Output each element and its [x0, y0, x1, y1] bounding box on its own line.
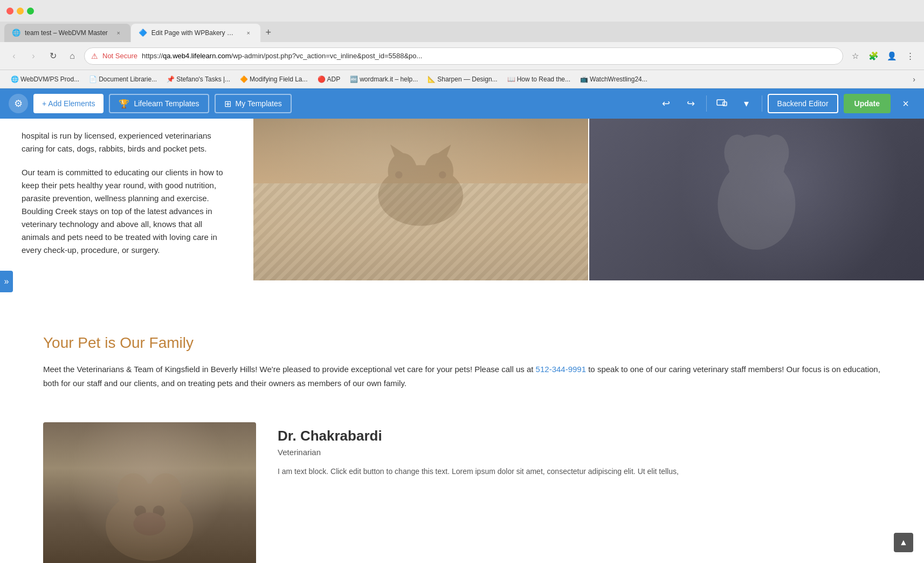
my-templates-icon: ⊞	[224, 99, 231, 109]
add-elements-button[interactable]: + Add Elements	[33, 94, 104, 113]
wpbakery-toolbar: ⚙ + Add Elements 🏆 Lifelearn Templates ⊞…	[0, 88, 924, 119]
browser-tab-2[interactable]: 🔷 Edit Page with WPBakery Page... ×	[131, 24, 260, 42]
doctor-image-wrapper	[43, 422, 256, 563]
url-path: /wp-admin/post.php?vc_action=vc_inline&p…	[231, 52, 423, 60]
bookmark-modifying-label: Modifying Field La...	[250, 75, 307, 83]
bulldog-silhouette	[75, 469, 224, 561]
bookmark-watch[interactable]: 📺 WatchWrestling24...	[576, 73, 652, 85]
bookmark-wordmark[interactable]: 🔤 wordmark.it – help...	[346, 73, 422, 85]
traffic-lights	[6, 8, 34, 15]
toolbar-right: ↩ ↪ ▾ Backend Editor Update ×	[657, 94, 915, 113]
bookmark-stefano-label: Stefano's Tasks |...	[176, 75, 230, 83]
bookmark-adp-icon: 🔴	[318, 75, 325, 83]
extensions-icon[interactable]: 🧩	[866, 49, 881, 64]
url-text: https://qa.web4.lifelearn.com/wp-admin/p…	[142, 52, 422, 60]
section-gap	[0, 280, 924, 313]
dog-image-wrapper	[589, 119, 924, 280]
minimize-window-button[interactable]	[17, 8, 24, 15]
top-content-area: hospital is run by licensed, experienced…	[0, 119, 924, 280]
settings-button[interactable]: ⚙	[9, 94, 28, 113]
tab2-close-button[interactable]: ×	[244, 29, 253, 37]
bookmark-sharpen[interactable]: 📐 Sharpen — Design...	[423, 73, 501, 85]
doctor-info: Dr. Chakrabardi Veterinarian I am text b…	[278, 422, 881, 477]
phone-link[interactable]: 512-344-9991	[536, 365, 586, 374]
bookmark-star-icon[interactable]: ☆	[847, 49, 863, 64]
bookmark-modifying[interactable]: 🔶 Modifying Field La...	[236, 73, 312, 85]
bookmark-webdvm[interactable]: 🌐 WebDVM/PS Prod...	[6, 73, 84, 85]
gear-icon: ⚙	[14, 98, 23, 109]
close-window-button[interactable]	[6, 8, 13, 15]
top-paragraph-1: hospital is run by licensed, experienced…	[22, 129, 232, 155]
update-button[interactable]: Update	[844, 94, 891, 113]
bookmark-watch-icon: 📺	[580, 75, 588, 83]
reload-button[interactable]: ↻	[45, 49, 60, 64]
lifelearn-templates-button[interactable]: 🏆 Lifelearn Templates	[109, 94, 209, 113]
bookmark-adp[interactable]: 🔴 ADP	[313, 73, 345, 85]
bookmark-document[interactable]: 📄 Document Librarie...	[85, 73, 161, 85]
bookmark-document-label: Document Librarie...	[99, 75, 157, 83]
right-image-column	[253, 119, 924, 280]
close-editor-button[interactable]: ×	[896, 94, 915, 113]
more-options-icon[interactable]: ⋮	[902, 49, 918, 64]
svg-point-8	[439, 171, 446, 179]
doctor-title: Veterinarian	[278, 448, 881, 457]
scroll-up-icon: ▲	[899, 538, 908, 547]
my-templates-button[interactable]: ⊞ My Templates	[215, 94, 292, 113]
page-content: hospital is run by licensed, experienced…	[0, 119, 924, 563]
dog-image	[589, 119, 924, 280]
doctor-image	[43, 422, 256, 563]
tab2-label: Edit Page with WPBakery Page...	[151, 29, 238, 37]
view-dropdown-button[interactable]: ▾	[737, 94, 756, 113]
not-secure-label: Not Secure	[102, 52, 137, 60]
security-warning-icon: ⚠	[91, 52, 98, 60]
svg-point-15	[118, 473, 150, 510]
cat-image-wrapper	[253, 119, 588, 280]
sidebar-toggle-button[interactable]: »	[0, 271, 13, 292]
undo-button[interactable]: ↩	[657, 94, 676, 113]
doctor-name: Dr. Chakrabardi	[278, 428, 881, 444]
tab1-close-button[interactable]: ×	[114, 29, 123, 37]
profile-icon[interactable]: 👤	[884, 49, 899, 64]
back-button[interactable]: ‹	[6, 49, 22, 64]
url-main: qa.web4.lifelearn.com	[163, 52, 231, 60]
bookmark-stefano-icon: 📌	[167, 75, 174, 83]
doctor-text: I am text block. Click edit button to ch…	[278, 465, 881, 477]
toolbar-divider	[706, 95, 707, 112]
maximize-window-button[interactable]	[27, 8, 34, 15]
redo-button[interactable]: ↪	[681, 94, 701, 113]
scroll-to-top-button[interactable]: ▲	[894, 533, 913, 552]
bookmark-sharpen-label: Sharpen — Design...	[437, 75, 497, 83]
bookmark-webdvm-label: WebDVM/PS Prod...	[20, 75, 79, 83]
your-pet-section: Your Pet is Our Family Meet the Veterina…	[0, 313, 924, 411]
cat-silhouette	[320, 135, 521, 232]
address-bar: ‹ › ↻ ⌂ ⚠ Not Secure https://qa.web4.lif…	[0, 42, 924, 70]
browser-tab-1[interactable]: 🌐 team test – WebDVM Master ×	[4, 24, 130, 42]
tab1-label: team test – WebDVM Master	[25, 29, 108, 37]
dog-silhouette	[623, 127, 891, 256]
bookmark-sharpen-icon: 📐	[427, 75, 435, 83]
svg-point-19	[134, 512, 166, 535]
bookmark-document-icon: 📄	[89, 75, 96, 83]
left-text-column: hospital is run by licensed, experienced…	[0, 119, 253, 280]
bookmark-how-to-read-icon: 📖	[507, 75, 515, 83]
bookmark-how-to-read-label: How to Read the...	[517, 75, 570, 83]
address-field[interactable]: ⚠ Not Secure https://qa.web4.lifelearn.c…	[84, 47, 843, 65]
bookmark-wordmark-icon: 🔤	[350, 75, 357, 83]
your-pet-text-before: Meet the Veterinarians & Team of Kingsfi…	[43, 365, 536, 374]
doctor-section: Dr. Chakrabardi Veterinarian I am text b…	[0, 411, 924, 563]
backend-editor-button[interactable]: Backend Editor	[768, 94, 838, 113]
your-pet-text: Meet the Veterinarians & Team of Kingsfi…	[43, 362, 881, 390]
tab1-favicon: 🌐	[12, 29, 20, 37]
bookmarks-more-button[interactable]: ›	[911, 73, 918, 86]
home-button[interactable]: ⌂	[65, 49, 80, 64]
tab2-favicon: 🔷	[139, 29, 147, 37]
bookmark-adp-label: ADP	[327, 75, 341, 83]
bookmark-modifying-icon: 🔶	[240, 75, 247, 83]
new-tab-button[interactable]: +	[261, 25, 276, 40]
view-mode-button[interactable]	[712, 94, 732, 113]
bookmark-stefano[interactable]: 📌 Stefano's Tasks |...	[162, 73, 235, 85]
title-bar	[0, 0, 924, 22]
forward-button[interactable]: ›	[26, 49, 41, 64]
bookmark-how-to-read[interactable]: 📖 How to Read the...	[503, 73, 575, 85]
svg-point-16	[150, 473, 182, 510]
